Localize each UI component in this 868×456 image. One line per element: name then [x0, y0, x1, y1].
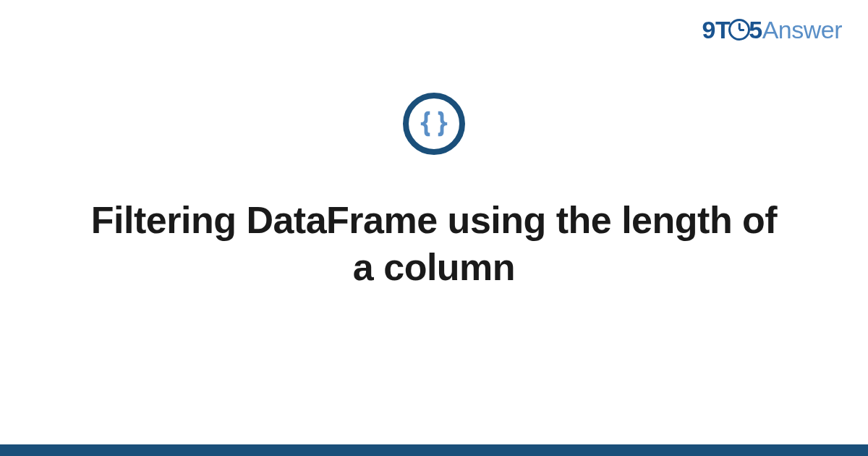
logo-text-9t: 9T — [702, 16, 731, 43]
main-content: Filtering DataFrame using the length of … — [0, 93, 868, 291]
logo-text-answer: Answer — [762, 16, 842, 43]
code-braces-icon — [417, 107, 451, 140]
page-title: Filtering DataFrame using the length of … — [80, 197, 788, 291]
topic-icon-circle — [403, 93, 465, 155]
footer-accent-bar — [0, 444, 868, 456]
logo-text-5: 5 — [749, 16, 762, 43]
site-logo: 9T5Answer — [702, 16, 842, 44]
clock-icon — [728, 19, 750, 41]
